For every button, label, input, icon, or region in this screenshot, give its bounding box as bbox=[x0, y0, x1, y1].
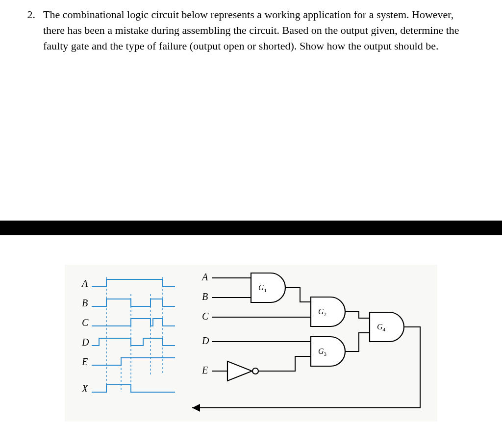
gate-G1: G1 bbox=[251, 273, 285, 302]
figure: A B C D E X A bbox=[65, 265, 437, 422]
input-label-E: E bbox=[201, 365, 208, 375]
arrow-left-icon bbox=[192, 404, 200, 412]
signal-label-A: A bbox=[81, 278, 88, 289]
timing-diagram: A B C D E X bbox=[81, 277, 175, 394]
inverter-E bbox=[227, 361, 258, 381]
input-label-A: A bbox=[201, 272, 208, 282]
question-body: The combinational logic circuit below re… bbox=[43, 7, 475, 54]
signal-label-X: X bbox=[81, 383, 88, 394]
question-block: 2. The combinational logic circuit below… bbox=[0, 0, 502, 54]
timing-guides bbox=[106, 277, 163, 392]
black-divider bbox=[0, 221, 502, 235]
input-label-D: D bbox=[201, 335, 209, 346]
gate-G2: G2 bbox=[311, 297, 345, 326]
trace-A bbox=[92, 279, 175, 287]
svg-point-12 bbox=[252, 368, 258, 374]
signal-label-D: D bbox=[81, 337, 89, 348]
trace-B bbox=[92, 299, 175, 306]
question-number: 2. bbox=[16, 7, 43, 54]
trace-C bbox=[92, 319, 175, 326]
circuit-diagram: A B C D E G1 bbox=[192, 272, 420, 412]
trace-X bbox=[92, 385, 175, 392]
input-label-B: B bbox=[202, 291, 208, 302]
signal-label-E: E bbox=[81, 356, 88, 367]
input-label-C: C bbox=[202, 311, 209, 322]
gate-G4: G4 bbox=[370, 312, 404, 342]
gate-G3: G3 bbox=[311, 337, 345, 366]
trace-D bbox=[92, 338, 175, 346]
signal-label-C: C bbox=[82, 317, 89, 328]
signal-label-B: B bbox=[82, 298, 88, 308]
